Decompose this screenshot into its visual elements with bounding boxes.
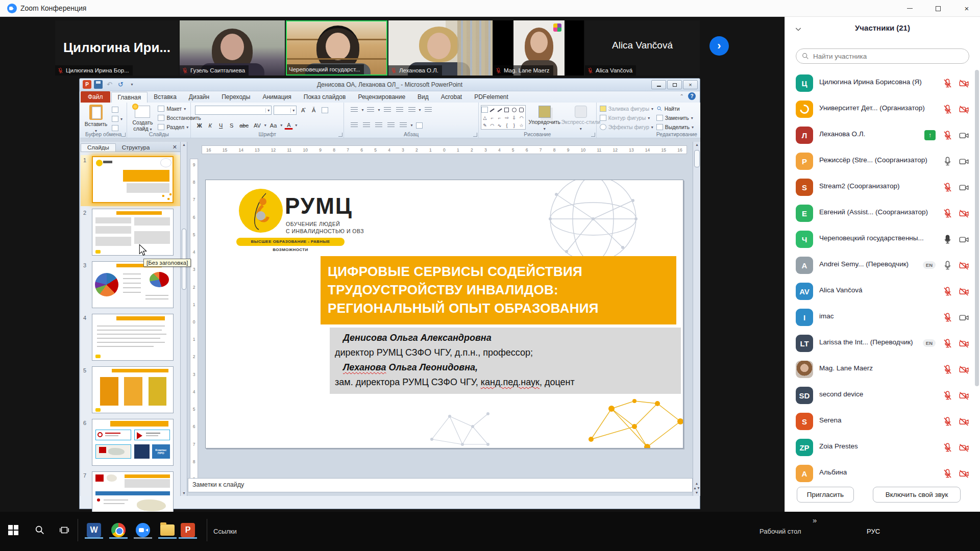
camera-on-icon[interactable] [959, 182, 969, 193]
tab-file[interactable]: Файл [81, 91, 110, 103]
prev-next-slide-buttons[interactable]: ▲▲▼▼ [693, 481, 700, 495]
paragraph-dialog-launcher[interactable] [473, 133, 477, 137]
mic-muted-icon[interactable] [942, 364, 953, 375]
toolbar-overflow-chevron[interactable]: » [813, 516, 817, 524]
tab-home[interactable]: Главная [111, 92, 148, 103]
notes-pane[interactable]: Заметки к слайду [188, 478, 693, 492]
mic-muted-icon[interactable] [942, 78, 953, 89]
participant-row[interactable]: Mag. Lane Maerz [785, 357, 980, 383]
section-button[interactable]: Раздел▾ [158, 124, 188, 130]
powerpoint-titlebar[interactable]: P ↶ ↺ ▾ Денисова ОА, Леханова ОЛ_ - Micr… [80, 79, 700, 91]
mic-muted-icon[interactable] [942, 208, 953, 219]
search-box[interactable] [796, 48, 969, 64]
task-view-icon[interactable] [56, 522, 72, 538]
new-slide-button[interactable]: Создать слайд ▾ [129, 105, 156, 132]
clipboard-dialog-launcher[interactable] [121, 133, 126, 137]
taskbar-powerpoint-icon[interactable]: P [180, 522, 196, 538]
tab-pdfelement[interactable]: PDFelement [468, 92, 514, 103]
mic-muted-icon[interactable] [942, 468, 953, 479]
participant-row[interactable]: Р Режиссёр (Stre... (Соорганизатор) [785, 148, 980, 174]
camera-on-icon[interactable] [959, 312, 969, 323]
slide-thumbnail[interactable]: 2 [81, 208, 180, 259]
camera-off-icon[interactable] [959, 338, 969, 349]
links-toolbar-label[interactable]: Ссылки [213, 528, 237, 535]
slide-thumbnail[interactable]: 3 [81, 260, 180, 311]
mic-muted-icon[interactable] [942, 286, 953, 297]
video-tile[interactable]: Alica Vančová Alica Vančová [585, 20, 700, 76]
decrease-indent-button[interactable] [382, 106, 393, 114]
camera-off-icon[interactable] [959, 104, 969, 115]
select-button[interactable]: Выделить▾ [656, 124, 694, 130]
participant-row[interactable]: S Stream2 (Соорганизатор) [785, 174, 980, 201]
camera-off-icon[interactable] [959, 364, 969, 375]
participant-row[interactable]: I imac [785, 305, 980, 331]
participant-row[interactable]: Ч Череповецкий государственны... [785, 227, 980, 253]
tab-slides[interactable]: Слайды [81, 143, 116, 152]
participant-row[interactable]: SD second device [785, 383, 980, 409]
underline-button[interactable]: Ч [216, 121, 225, 130]
line-spacing-button[interactable] [407, 106, 417, 114]
mic-muted-icon[interactable] [942, 130, 953, 141]
numbering-button[interactable] [365, 106, 376, 114]
shape-effects-button[interactable]: Эффекты фигур▾ [600, 124, 653, 130]
search-input[interactable] [813, 53, 964, 60]
camera-on-icon[interactable] [959, 234, 969, 245]
camera-on-icon[interactable] [959, 156, 969, 167]
ppt-minimize-button[interactable] [651, 80, 666, 89]
justify-button[interactable] [386, 121, 396, 130]
text-direction-button[interactable] [423, 106, 433, 114]
thumbnail-slide-6[interactable]: Компас ПРО [92, 419, 174, 466]
thumbnail-slide-1[interactable] [92, 156, 174, 203]
thumbnail-slide-2[interactable] [92, 209, 174, 256]
character-spacing-button[interactable]: AV [252, 121, 262, 130]
tab-view[interactable]: Вид [411, 92, 435, 103]
video-tile-active-speaker[interactable]: Череповецкий государст... [286, 20, 387, 76]
font-color-button[interactable]: А [284, 121, 293, 130]
thumbnail-slide-5[interactable]: ▶ ▶ [92, 366, 174, 413]
video-tile[interactable]: Цилюгина Ири... Цилюгина Ирина Бор... [55, 20, 179, 76]
tab-review[interactable]: Рецензирование [352, 92, 411, 103]
scrollbar-thumb[interactable] [694, 150, 700, 167]
camera-off-icon[interactable] [959, 78, 969, 89]
camera-off-icon[interactable] [959, 416, 969, 427]
tab-design[interactable]: Дизайн [183, 92, 215, 103]
font-name-combobox[interactable]: ▾ [195, 106, 272, 115]
slide-thumbnail[interactable]: 7 [81, 470, 180, 512]
cut-button[interactable] [112, 107, 118, 113]
participant-row[interactable]: ZP Zoia Prestes [785, 435, 980, 461]
tab-animations[interactable]: Анимация [256, 92, 297, 103]
quick-styles-button[interactable]: Экспресс-стили ▾ [560, 105, 601, 131]
language-indicator[interactable]: РУС [867, 528, 880, 535]
taskbar-search-icon[interactable] [32, 522, 48, 538]
participant-row[interactable]: S Serena [785, 409, 980, 435]
slide-thumbnail[interactable]: 4 [81, 313, 180, 364]
mic-muted-icon[interactable] [942, 416, 953, 427]
slide-thumbnail[interactable]: 6 [81, 418, 180, 469]
paste-button[interactable]: Вставить ▾ [84, 105, 108, 133]
participant-row[interactable]: A Альбина [785, 461, 980, 487]
font-dialog-launcher[interactable] [338, 133, 342, 137]
camera-off-icon[interactable] [959, 468, 969, 479]
strikethrough-button[interactable]: abc [238, 121, 250, 130]
tab-insert[interactable]: Вставка [148, 92, 183, 103]
slide-thumbnail[interactable]: 1 [81, 155, 180, 206]
participants-scrollbar[interactable] [975, 70, 979, 386]
camera-off-icon[interactable] [959, 442, 969, 453]
participant-row[interactable]: LT Larissa the Int... (Переводчик) EN [785, 331, 980, 357]
bold-button[interactable]: Ж [195, 121, 204, 130]
clear-formatting-button[interactable] [320, 106, 330, 115]
participant-row[interactable]: Ц Цилюгина Ирина Борисовна (Я) [785, 70, 980, 96]
replace-button[interactable]: Заменить▾ [656, 115, 693, 121]
layout-button[interactable]: Макет▾ [158, 106, 186, 112]
grow-font-button[interactable]: А̂ [299, 106, 307, 115]
camera-off-icon[interactable] [959, 390, 969, 401]
taskbar-zoom-icon[interactable] [135, 522, 151, 538]
desktop-toolbar-label[interactable]: Рабочий стол [760, 528, 801, 535]
taskbar-chrome-icon[interactable] [110, 522, 127, 538]
slides-panel-scrollbar[interactable]: ▲ ▼ [181, 142, 187, 496]
change-case-button[interactable]: Aa [268, 121, 278, 130]
align-right-button[interactable] [374, 121, 384, 130]
increase-indent-button[interactable] [395, 106, 405, 114]
align-center-button[interactable] [361, 121, 372, 130]
thumbnail-slide-7[interactable] [92, 471, 174, 512]
